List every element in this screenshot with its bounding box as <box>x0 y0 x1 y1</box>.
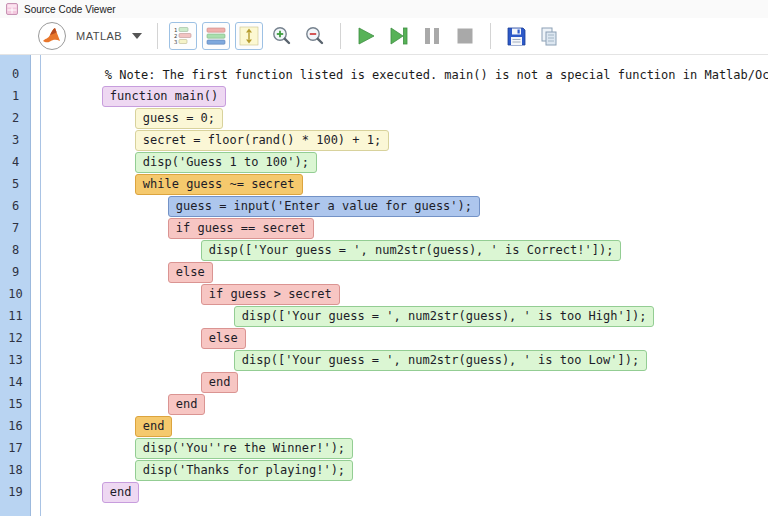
play-icon <box>355 25 377 47</box>
code-block[interactable]: disp(['Your guess = ', num2str(guess), '… <box>234 350 647 371</box>
numbered-blocks-view-button[interactable]: 1 2 3 <box>169 22 197 50</box>
code-block[interactable]: end <box>168 394 206 415</box>
line-number: 3 <box>0 133 31 147</box>
zoom-out-button[interactable] <box>301 22 329 50</box>
app-icon <box>6 3 18 15</box>
toolbar-separator <box>157 23 158 49</box>
svg-text:3: 3 <box>174 39 177 45</box>
line-number: 5 <box>0 177 31 191</box>
line-number: 10 <box>0 287 31 301</box>
line-number: 13 <box>0 353 31 367</box>
code-block[interactable]: disp(['Your guess = ', num2str(guess), '… <box>201 240 622 261</box>
line-number: 11 <box>0 309 31 323</box>
language-dropdown[interactable]: MATLAB <box>34 22 146 50</box>
code-row: 19 end <box>0 481 768 503</box>
line-number: 4 <box>0 155 31 169</box>
zoom-in-icon <box>271 25 293 47</box>
code-row: 13 disp(['Your guess = ', num2str(guess)… <box>0 349 768 371</box>
code-row: 9 else <box>0 261 768 283</box>
expand-vertical-button[interactable] <box>235 22 263 50</box>
line-number: 7 <box>0 221 31 235</box>
copy-icon <box>539 26 560 47</box>
line-number: 9 <box>0 265 31 279</box>
line-number: 16 <box>0 419 31 433</box>
code-block[interactable]: end <box>201 372 239 393</box>
code-block[interactable]: end <box>102 482 140 503</box>
window-titlebar: Source Code Viewer <box>0 0 768 18</box>
stop-button[interactable] <box>451 22 479 50</box>
code-editor: 0 % Note: The first function listed is e… <box>0 55 768 516</box>
line-number: 6 <box>0 199 31 213</box>
line-number: 15 <box>0 397 31 411</box>
line-number: 17 <box>0 441 31 455</box>
code-rows: 0 % Note: The first function listed is e… <box>0 63 768 503</box>
code-block[interactable]: disp('Thanks for playing!'); <box>135 460 353 481</box>
line-number: 18 <box>0 463 31 477</box>
save-button[interactable] <box>502 22 530 50</box>
line-number: 12 <box>0 331 31 345</box>
step-button[interactable] <box>385 22 413 50</box>
numbered-blocks-icon: 1 2 3 <box>173 26 193 46</box>
line-number: 8 <box>0 243 31 257</box>
line-number: 2 <box>0 111 31 125</box>
line-number: 19 <box>0 485 31 499</box>
toolbar-separator <box>340 23 341 49</box>
floppy-disk-icon <box>506 26 527 47</box>
line-number: 1 <box>0 89 31 103</box>
run-button[interactable] <box>352 22 380 50</box>
code-block[interactable]: disp(['Your guess = ', num2str(guess), '… <box>234 306 655 327</box>
matlab-logo-icon <box>38 22 66 50</box>
copy-button[interactable] <box>535 22 563 50</box>
window-title: Source Code Viewer <box>24 4 116 15</box>
code-row: 11 disp(['Your guess = ', num2str(guess)… <box>0 305 768 327</box>
line-number: 0 <box>0 67 31 81</box>
toolbar: MATLAB 1 2 3 <box>0 18 768 55</box>
language-label: MATLAB <box>76 30 122 42</box>
expand-vertical-icon <box>239 26 259 46</box>
stacked-blocks-icon <box>206 26 226 46</box>
stop-icon <box>455 26 475 46</box>
pause-button[interactable] <box>418 22 446 50</box>
step-forward-icon <box>388 25 410 47</box>
zoom-in-button[interactable] <box>268 22 296 50</box>
line-number: 14 <box>0 375 31 389</box>
stacked-blocks-view-button[interactable] <box>202 22 230 50</box>
zoom-out-icon <box>304 25 326 47</box>
pause-icon <box>422 26 442 46</box>
toolbar-separator <box>490 23 491 49</box>
chevron-down-icon <box>132 33 142 39</box>
